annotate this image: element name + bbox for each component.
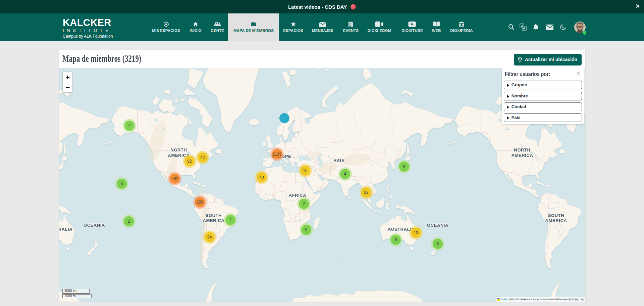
- svg-text:OCEANIA: OCEANIA: [84, 223, 105, 228]
- svg-text:AMERICA: AMERICA: [545, 218, 567, 223]
- svg-text:AMERICA: AMERICA: [512, 153, 533, 158]
- svg-text:ASIA: ASIA: [333, 158, 344, 163]
- svg-text:AMERICA: AMERICA: [203, 218, 225, 223]
- svg-text:SOUTH: SOUTH: [206, 213, 222, 218]
- svg-text:SOUTH: SOUTH: [548, 213, 565, 218]
- svg-text:AUSTRALIA: AUSTRALIA: [59, 227, 72, 232]
- svg-text:NORTH: NORTH: [514, 147, 530, 152]
- svg-text:NORTH: NORTH: [170, 147, 187, 152]
- svg-text:OCEANIA: OCEANIA: [427, 223, 448, 228]
